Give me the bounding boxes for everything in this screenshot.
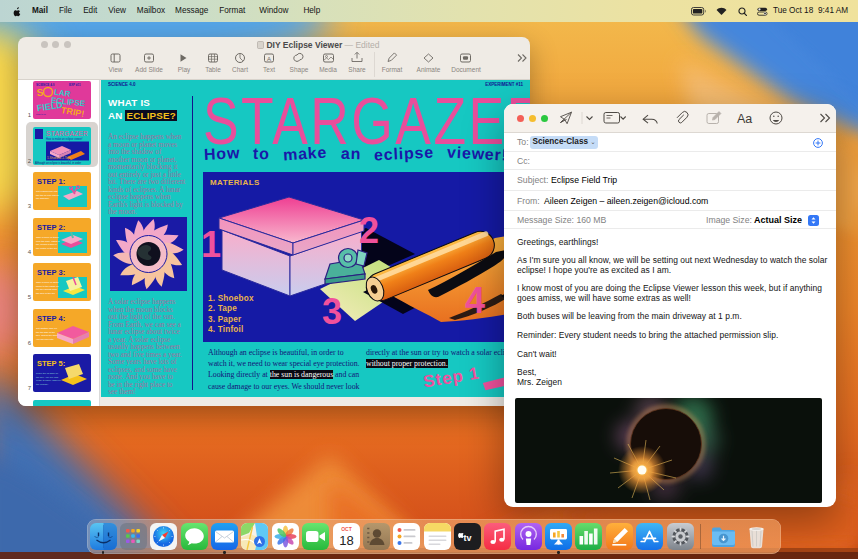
svg-text:18: 18: [339, 533, 353, 548]
svg-text:STEP 5:: STEP 5:: [37, 359, 65, 368]
svg-text:EXP #11: EXP #11: [69, 83, 81, 87]
svg-text:STEP 2:: STEP 2:: [37, 223, 65, 232]
svg-text:3: 3: [322, 291, 342, 332]
svg-text:2: 2: [359, 210, 379, 251]
svg-text:you will look into.: you will look into.: [36, 337, 54, 340]
svg-text:Aa: Aa: [737, 112, 752, 126]
svg-text:tv: tv: [463, 533, 471, 543]
svg-text:the hole in the foil.: the hole in the foil.: [36, 292, 56, 295]
svg-text:1: 1: [203, 224, 221, 265]
svg-text:the eclipse!: the eclipse!: [36, 383, 48, 386]
svg-text:FIELD: FIELD: [36, 100, 64, 114]
svg-text:How to make an eclipse viewer!: How to make an eclipse viewer!: [46, 137, 83, 141]
svg-text:STEP 4:: STEP 4:: [37, 314, 65, 323]
svg-text:4: 4: [465, 280, 485, 321]
svg-text:STEP 3:: STEP 3:: [37, 268, 65, 277]
svg-text:1.Shoebox 2.Tape: 1.Shoebox 2.Tape: [47, 156, 72, 160]
svg-text:Although an eclipse is beautif: Although an eclipse is beautiful, in ord…: [35, 161, 81, 165]
svg-text:the shoebox.: the shoebox.: [36, 197, 50, 200]
svg-text:Mrs't p.m: Mrs't p.m: [36, 113, 46, 116]
svg-text:A: A: [267, 56, 271, 62]
svg-text:STARGAZER: STARGAZER: [46, 130, 88, 137]
svg-text:the center of the foil.: the center of the foil.: [36, 246, 58, 249]
svg-text:STEP 1:: STEP 1:: [37, 177, 65, 186]
svg-text:OCT: OCT: [341, 526, 352, 532]
